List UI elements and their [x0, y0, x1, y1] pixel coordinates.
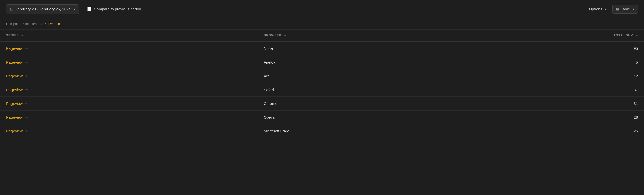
table-row: Pageview ✏ None95	[0, 42, 644, 55]
chevron-down-icon: ▾	[74, 7, 75, 11]
browser-column-header: BROWSER ≡	[258, 30, 548, 42]
calendar-icon: ⊟	[10, 7, 13, 11]
table-row: Pageview ✏ Safari37	[0, 83, 644, 97]
total-sum-cell: 31	[547, 97, 644, 111]
top-bar-right: Options ▾ ⊞ Table ▾	[586, 5, 638, 14]
edit-icon[interactable]: ✏	[25, 74, 28, 78]
browser-cell: Opera	[258, 111, 548, 124]
options-chevron-icon: ▾	[605, 7, 606, 11]
edit-icon[interactable]: ✏	[25, 115, 28, 119]
table-row: Pageview ✏ Firefox45	[0, 55, 644, 69]
total-sum-filter-icon[interactable]: ≡	[636, 34, 638, 37]
compare-checkbox[interactable]	[87, 7, 91, 11]
table-header-row: SERIES ≡ BROWSER ≡ TOTAL SUM ≡	[0, 30, 644, 42]
top-bar: ⊟ February 20 - February 25, 2024 ▾ Comp…	[0, 0, 644, 18]
compare-period-label: Compare to previous period	[94, 7, 141, 11]
series-label: Pageview	[6, 88, 23, 92]
date-picker-button[interactable]: ⊟ February 20 - February 25, 2024 ▾	[6, 4, 79, 14]
browser-cell: None	[258, 42, 548, 55]
table-row: Pageview ✏ Microsoft Edge26	[0, 124, 644, 138]
edit-icon[interactable]: ✏	[25, 46, 28, 50]
refresh-link[interactable]: Refresh	[48, 22, 60, 26]
series-cell: Pageview ✏	[0, 55, 258, 69]
table-row: Pageview ✏ Arc42	[0, 69, 644, 83]
options-label: Options	[589, 7, 602, 11]
table-view-button[interactable]: ⊞ Table ▾	[612, 5, 638, 14]
series-cell: Pageview ✏	[0, 124, 258, 138]
table-row: Pageview ✏ Opera28	[0, 111, 644, 124]
computed-text: Computed 2 minutes ago	[6, 22, 43, 26]
browser-cell: Firefox	[258, 55, 548, 69]
browser-cell: Safari	[258, 83, 548, 97]
series-label: Pageview	[6, 101, 23, 106]
series-label: Pageview	[6, 129, 23, 133]
series-filter-icon[interactable]: ≡	[21, 34, 23, 37]
table-row: Pageview ✏ Chrome31	[0, 97, 644, 111]
series-cell: Pageview ✏	[0, 83, 258, 97]
table-view-label: Table	[621, 7, 630, 11]
total-sum-cell: 37	[547, 83, 644, 97]
total-sum-cell: 26	[547, 124, 644, 138]
total-sum-cell: 45	[547, 55, 644, 69]
series-cell: Pageview ✏	[0, 97, 258, 111]
series-cell: Pageview ✏	[0, 111, 258, 124]
browser-cell: Arc	[258, 69, 548, 83]
series-label: Pageview	[6, 46, 23, 51]
total-sum-cell: 42	[547, 69, 644, 83]
browser-cell: Microsoft Edge	[258, 124, 548, 138]
compare-period-wrapper: Compare to previous period	[87, 7, 141, 11]
dot-separator: •	[45, 22, 46, 26]
table-grid-icon: ⊞	[616, 7, 619, 11]
series-label: Pageview	[6, 74, 23, 78]
series-column-header: SERIES ≡	[0, 30, 258, 42]
table-chevron-icon: ▾	[633, 7, 634, 11]
data-table-container: SERIES ≡ BROWSER ≡ TOTAL SUM ≡ Pageview	[0, 30, 644, 195]
total-sum-cell: 28	[547, 111, 644, 124]
edit-icon[interactable]: ✏	[25, 129, 28, 133]
computed-bar: Computed 2 minutes ago • Refresh	[0, 18, 644, 30]
date-range-label: February 20 - February 25, 2024	[15, 7, 71, 11]
options-button[interactable]: Options ▾	[586, 5, 609, 13]
edit-icon[interactable]: ✏	[25, 60, 28, 64]
total-sum-column-header: TOTAL SUM ≡	[547, 30, 644, 42]
series-label: Pageview	[6, 115, 23, 119]
series-cell: Pageview ✏	[0, 69, 258, 83]
top-bar-left: ⊟ February 20 - February 25, 2024 ▾ Comp…	[6, 4, 141, 14]
total-sum-cell: 95	[547, 42, 644, 55]
edit-icon[interactable]: ✏	[25, 102, 28, 105]
edit-icon[interactable]: ✏	[25, 88, 28, 92]
series-cell: Pageview ✏	[0, 42, 258, 55]
data-table: SERIES ≡ BROWSER ≡ TOTAL SUM ≡ Pageview	[0, 30, 644, 138]
main-container: ⊟ February 20 - February 25, 2024 ▾ Comp…	[0, 0, 644, 195]
browser-cell: Chrome	[258, 97, 548, 111]
series-label: Pageview	[6, 60, 23, 64]
browser-filter-icon[interactable]: ≡	[284, 34, 286, 37]
